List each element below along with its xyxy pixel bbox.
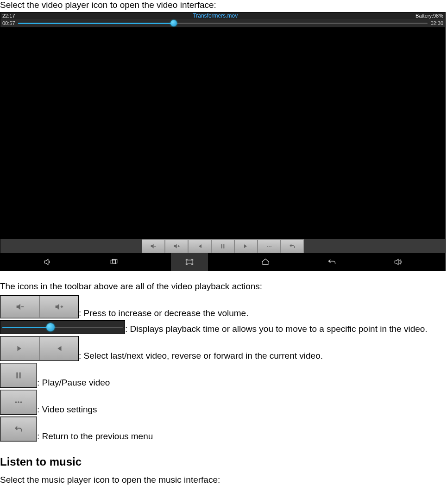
intro-text: Select the video player icon to open the…	[0, 0, 447, 10]
system-nav-bar	[0, 253, 445, 271]
volume-up-icon[interactable]	[389, 253, 407, 271]
legend-intro: The icons in the toolbar above are all o…	[0, 281, 447, 292]
legend-seek-icon	[0, 320, 125, 334]
svg-point-16	[15, 401, 17, 403]
video-surface	[0, 27, 445, 253]
volume-up-icon	[39, 296, 78, 318]
seek-progress	[18, 23, 174, 24]
music-intro-text: Select the music player icon to open the…	[0, 475, 447, 485]
legend-settings-text: : Video settings	[37, 404, 97, 415]
seek-track[interactable]	[18, 23, 428, 24]
svg-rect-15	[19, 373, 21, 379]
playback-toolbar	[0, 239, 445, 253]
svg-point-5	[267, 246, 268, 247]
volume-down-button[interactable]	[142, 239, 165, 253]
back-nav-icon[interactable]	[322, 253, 341, 271]
home-icon[interactable]	[256, 253, 275, 271]
clock-label: 22:17	[2, 13, 15, 19]
seek-thumb-icon	[46, 323, 55, 331]
battery-label: Battery:98%	[416, 13, 443, 19]
legend-back-row: : Return to the previous menu	[0, 417, 447, 442]
next-button[interactable]	[234, 239, 258, 253]
settings-button[interactable]	[258, 239, 281, 253]
legend-volume-row: : Press to increase or decrease the volu…	[0, 295, 447, 318]
return-button[interactable]	[281, 239, 304, 253]
legend-volume-icon	[0, 295, 79, 318]
previous-button[interactable]	[188, 239, 211, 253]
listen-to-music-heading: Listen to music	[0, 455, 447, 468]
status-bar: 22:17 Transformers.mov Battery:98%	[0, 12, 445, 19]
volume-down-icon	[0, 296, 39, 318]
svg-point-18	[20, 401, 22, 403]
legend-skip-icon	[0, 336, 79, 361]
legend-back-icon	[0, 417, 37, 442]
svg-rect-3	[221, 244, 222, 248]
video-player-screenshot: 22:17 Transformers.mov Battery:98% 00:57…	[0, 12, 446, 271]
volume-up-button[interactable]	[165, 239, 188, 253]
legend-pause-icon	[0, 363, 37, 388]
more-icon	[0, 390, 37, 414]
legend-seek-row: : Displays playback time or allows you t…	[0, 320, 447, 334]
return-icon	[0, 417, 37, 441]
svg-point-7	[271, 246, 271, 247]
legend-pause-row: : Play/Pause video	[0, 363, 447, 388]
pause-icon	[0, 363, 37, 387]
legend-skip-row: : Select last/next video, reverse or for…	[0, 336, 447, 361]
next-icon	[0, 336, 39, 361]
time-total: 02:30	[430, 20, 443, 26]
legend-skip-text: : Select last/next video, reverse or for…	[79, 351, 323, 361]
pause-button[interactable]	[211, 239, 234, 253]
legend-settings-icon	[0, 390, 37, 415]
seekbar-track-icon	[2, 327, 123, 328]
svg-rect-4	[223, 244, 224, 248]
seek-bar[interactable]: 00:57 02:30	[0, 19, 445, 27]
legend-seek-text: : Displays playback time or allows you t…	[125, 324, 428, 334]
filename-label: Transformers.mov	[193, 12, 238, 19]
svg-rect-10	[187, 260, 192, 264]
volume-down-icon[interactable]	[38, 253, 57, 271]
svg-point-17	[18, 401, 19, 403]
svg-rect-14	[16, 373, 18, 379]
previous-icon	[39, 336, 78, 361]
seek-thumb-icon[interactable]	[170, 20, 177, 26]
time-current: 00:57	[2, 20, 15, 26]
recent-apps-icon[interactable]	[105, 253, 123, 271]
legend-pause-text: : Play/Pause video	[37, 378, 110, 388]
svg-point-6	[269, 246, 270, 247]
screen-capture-icon[interactable]	[171, 253, 208, 271]
legend-back-text: : Return to the previous menu	[37, 431, 153, 442]
legend-volume-text: : Press to increase or decrease the volu…	[79, 308, 248, 318]
legend-settings-row: : Video settings	[0, 390, 447, 415]
